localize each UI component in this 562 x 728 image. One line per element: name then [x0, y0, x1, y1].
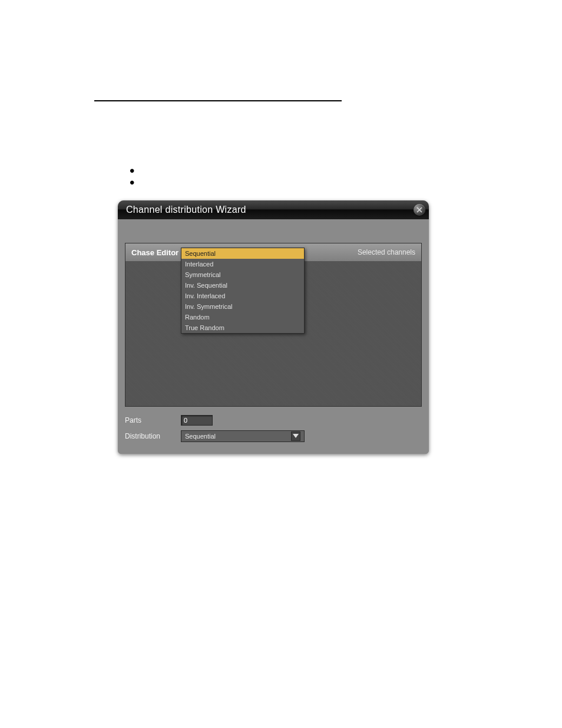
channel-distribution-wizard-window: Channel distribution Wizard Chase Editor… [118, 200, 429, 454]
dropdown-option-true-random[interactable]: True Random [181, 322, 304, 333]
bullet-item: • [130, 177, 134, 189]
panel-title-left: Chase Editor [131, 248, 178, 257]
distribution-row: Distribution Sequential [125, 430, 422, 442]
chevron-down-icon [291, 431, 300, 441]
window-body: Chase Editor Selected channels Parts Dis… [118, 219, 429, 454]
dropdown-option-interlaced[interactable]: Interlaced [181, 259, 304, 269]
dropdown-selected-text: Sequential [185, 433, 216, 440]
parts-input[interactable] [181, 415, 213, 426]
dropdown-option-inv-symmetrical[interactable]: Inv. Symmetrical [181, 301, 304, 312]
close-button[interactable] [414, 204, 425, 216]
dropdown-option-random[interactable]: Random [181, 312, 304, 322]
parts-label: Parts [125, 416, 181, 424]
horizontal-rule [94, 100, 342, 101]
dropdown-option-symmetrical[interactable]: Symmetrical [181, 269, 304, 280]
dropdown-option-inv-sequential[interactable]: Inv. Sequential [181, 280, 304, 291]
window-titlebar: Channel distribution Wizard [118, 200, 429, 219]
dropdown-option-sequential[interactable]: Sequential [181, 248, 304, 259]
bullet-list: • • [130, 165, 134, 189]
close-icon [416, 205, 422, 215]
panel-title-right: Selected channels [358, 248, 415, 256]
window-title: Channel distribution Wizard [125, 203, 252, 216]
parts-row: Parts [125, 415, 422, 426]
form-area: Parts Distribution Sequential Sequential… [125, 415, 422, 442]
distribution-dropdown-list: Sequential Interlaced Symmetrical Inv. S… [181, 248, 305, 334]
distribution-label: Distribution [125, 432, 181, 440]
distribution-dropdown[interactable]: Sequential [181, 430, 305, 442]
dropdown-option-inv-interlaced[interactable]: Inv. Interlaced [181, 291, 304, 301]
